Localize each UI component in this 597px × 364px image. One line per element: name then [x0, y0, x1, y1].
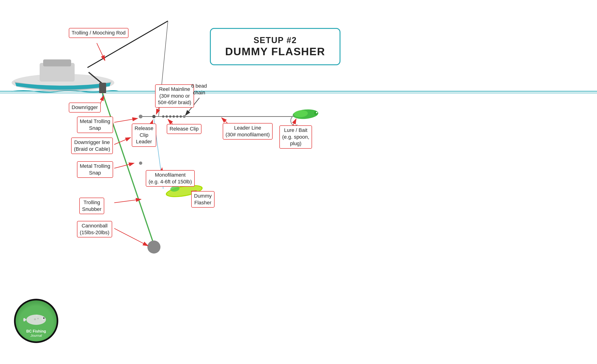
arrow-metal-snap-2: [114, 163, 134, 168]
label-text-metal-snap-2: Metal TrollingSnap: [80, 163, 110, 176]
logo-text-journal: Journal: [16, 333, 57, 338]
label-downrigger: Downrigger: [69, 102, 101, 113]
svg-point-16: [34, 318, 36, 320]
svg-point-5: [173, 115, 175, 118]
logo-fish: [22, 311, 50, 328]
label-metal-snap-2: Metal TrollingSnap: [77, 161, 113, 178]
label-text-leader-line: Leader Line(30# monofilament): [226, 125, 270, 138]
label-text-release-clip-leader: ReleaseClipLeader: [134, 125, 153, 145]
lure-body: [292, 108, 319, 120]
label-6-bead-chain: 6 beadchain: [191, 83, 207, 96]
boat-roof: [43, 59, 71, 66]
label-release-clip: Release Clip: [167, 124, 202, 134]
cannonball-weight: [147, 240, 160, 254]
boat-cabin: [40, 63, 75, 82]
label-text-metal-snap-1: Metal TrollingSnap: [80, 118, 110, 131]
svg-point-17: [37, 318, 39, 319]
svg-point-3: [165, 115, 168, 118]
svg-point-7: [180, 115, 182, 118]
label-text-reel-mainline: Reel Mainline(30# mono or50#-65# braid): [158, 86, 191, 105]
label-text-monofilament: Monofilament(e.g. 4-6ft of 150lb): [149, 172, 192, 185]
svg-point-6: [176, 115, 178, 118]
title-box: SETUP #2 DUMMY FLASHER: [210, 28, 340, 65]
snap-right: [183, 115, 186, 118]
label-lure-bait: Lure / Bait(e.g. spoon,plug): [279, 125, 312, 149]
label-downrigger-line: Downrigger line(Braid or Cable): [71, 138, 113, 154]
label-leader-line: Leader Line(30# monofilament): [223, 123, 273, 139]
downrigger-arm: [89, 72, 103, 84]
label-monofilament: Monofilament(e.g. 4-6ft of 150lb): [146, 170, 195, 187]
label-text-trolling-snubber: TrollingSnubber: [82, 200, 102, 212]
arrow-metal-snap-1: [114, 118, 138, 122]
label-trolling-snubber: TrollingSnubber: [79, 198, 104, 214]
label-text-downrigger: Downrigger: [71, 104, 98, 110]
snap-connector-left: [139, 115, 142, 118]
snap-flasher-top: [139, 162, 142, 165]
label-reel-mainline: Reel Mainline(30# mono or50#-65# braid): [155, 84, 194, 108]
label-text-lure-bait: Lure / Bait(e.g. spoon,plug): [282, 127, 309, 146]
svg-point-4: [169, 115, 171, 118]
title-line2: DUMMY FLASHER: [225, 45, 325, 58]
boat-teal: [15, 83, 111, 90]
label-release-clip-leader: ReleaseClipLeader: [132, 124, 156, 147]
label-text-cannonball: Cannonball(15lbs-20lbs): [80, 223, 109, 235]
water-surface-line-2: [0, 93, 597, 93]
label-text-release-clip: Release Clip: [170, 126, 199, 132]
water-surface-line: [0, 91, 597, 92]
svg-point-15: [43, 318, 45, 319]
svg-point-12: [316, 112, 317, 113]
label-text-6-bead-chain: 6 beadchain: [191, 83, 207, 96]
svg-point-10: [294, 109, 308, 118]
label-text-dummy-flasher: DummyFlasher: [194, 193, 212, 206]
logo-text-bc: BC Fishing: [16, 329, 57, 333]
downrigger-device: [99, 83, 106, 93]
boat-hull-bottom: [14, 82, 112, 91]
arrow-downrigger-line: [114, 138, 131, 145]
logo: BC Fishing Journal: [14, 299, 65, 350]
arrow-downrigger: [100, 96, 104, 104]
label-metal-snap-1: Metal TrollingSnap: [77, 116, 113, 133]
svg-point-11: [314, 111, 318, 115]
release-clip-node: [152, 115, 156, 118]
label-cannonball: Cannonball(15lbs-20lbs): [77, 221, 112, 238]
arrow-trolling-rod: [97, 43, 105, 61]
title-line1: SETUP #2: [253, 35, 297, 45]
arrow-trolling-snubber: [114, 199, 141, 203]
label-dummy-flasher: DummyFlasher: [191, 191, 215, 208]
arrow-cannonball: [114, 228, 148, 246]
label-text-downrigger-line: Downrigger line(Braid or Cable): [74, 139, 110, 152]
label-text-trolling-rod: Trolling / Mooching Rod: [71, 30, 126, 36]
boat-hull: [12, 74, 114, 92]
label-trolling-rod: Trolling / Mooching Rod: [69, 28, 128, 38]
svg-point-2: [162, 115, 165, 118]
